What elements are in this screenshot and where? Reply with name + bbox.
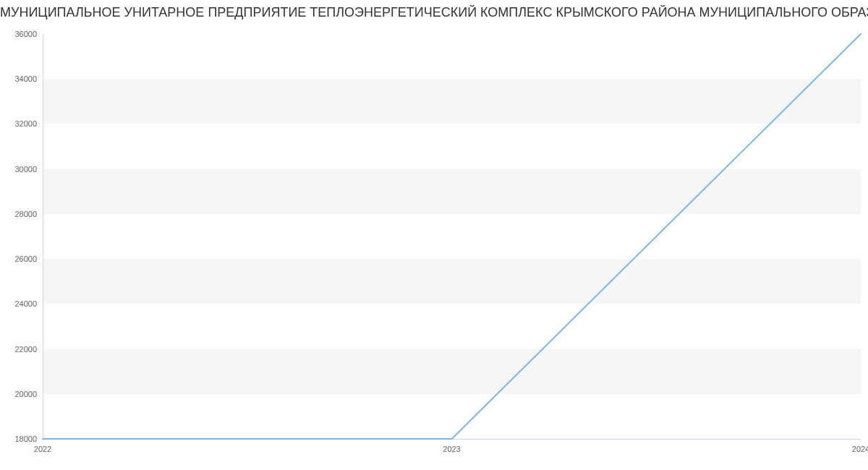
y-tick-label: 24000 [14, 299, 43, 308]
y-tick-label: 36000 [14, 30, 43, 38]
y-tick-label: 20000 [14, 390, 43, 398]
plot-area: 1800020000220002400026000280003000032000… [43, 34, 861, 439]
x-tick-label: 2024 [852, 439, 868, 453]
y-tick-label: 32000 [14, 119, 43, 128]
y-tick-label: 26000 [14, 255, 43, 263]
y-tick-label: 28000 [14, 210, 43, 218]
chart-title: МУНИЦИПАЛЬНОЕ УНИТАРНОЕ ПРЕДПРИЯТИЕ ТЕПЛ… [0, 5, 868, 20]
chart-container: МУНИЦИПАЛЬНОЕ УНИТАРНОЕ ПРЕДПРИЯТИЕ ТЕПЛ… [0, 0, 868, 470]
y-tick-label: 34000 [14, 74, 43, 83]
y-tick-label: 22000 [14, 345, 43, 354]
series-line [43, 34, 861, 439]
y-tick-label: 30000 [14, 165, 43, 174]
x-tick-label: 2023 [443, 439, 460, 453]
x-tick-label: 2022 [34, 439, 51, 453]
